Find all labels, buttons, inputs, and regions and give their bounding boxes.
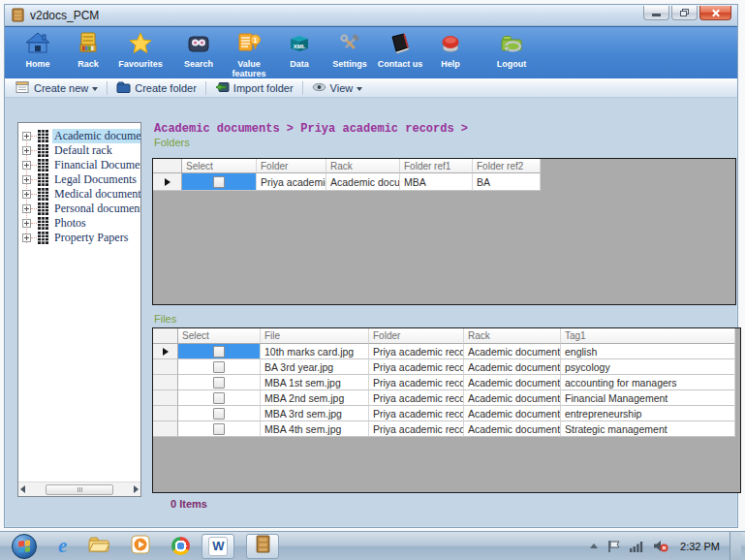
- folder-cell[interactable]: Priya academic records: [369, 390, 464, 406]
- toolbar-home-button[interactable]: Home: [13, 27, 63, 78]
- column-header-rack[interactable]: Rack: [464, 328, 561, 344]
- toolbar-value-features-button[interactable]: 1 Value features: [224, 27, 274, 78]
- rack-cell[interactable]: Academic docum...: [326, 173, 400, 191]
- tree-item-label[interactable]: Academic documents: [52, 129, 140, 143]
- row-checkbox[interactable]: [213, 361, 225, 373]
- taskbar-internet-explorer-button[interactable]: e: [58, 536, 67, 556]
- tag1-cell[interactable]: Strategic management: [561, 421, 735, 437]
- tree-item-label[interactable]: Personal documents: [52, 202, 140, 216]
- column-header-rack[interactable]: Rack: [326, 159, 400, 173]
- file-cell[interactable]: BA 3rd year.jpg: [261, 359, 369, 375]
- import-folder-button[interactable]: Import folder: [208, 78, 300, 98]
- row-checkbox[interactable]: [213, 176, 225, 188]
- files-grid-row[interactable]: 10th marks card.jpg Priya academic recor…: [153, 344, 740, 359]
- toolbar-settings-button[interactable]: Settings: [325, 27, 375, 78]
- expand-plus-icon[interactable]: [22, 204, 31, 213]
- file-cell[interactable]: MBA 2nd sem.jpg: [261, 390, 369, 406]
- folder-cell[interactable]: Priya academic records: [369, 344, 464, 359]
- network-signal-icon[interactable]: [630, 541, 643, 552]
- folder-cell[interactable]: Priya academic r...: [257, 173, 326, 191]
- minimize-button[interactable]: [643, 6, 669, 20]
- row-checkbox[interactable]: [213, 423, 225, 435]
- tag1-cell[interactable]: english: [561, 344, 735, 359]
- file-cell[interactable]: MBA 1st sem.jpg: [261, 375, 369, 390]
- tree-item-financial-documents[interactable]: Financial Documents: [18, 158, 140, 172]
- rack-cell[interactable]: Academic documents: [464, 344, 561, 359]
- row-checkbox[interactable]: [213, 408, 225, 420]
- files-grid-row[interactable]: MBA 3rd sem.jpg Priya academic records A…: [153, 406, 740, 421]
- select-cell[interactable]: [178, 344, 261, 359]
- toolbar-rack-button[interactable]: Rack: [63, 27, 113, 78]
- folder-cell[interactable]: Priya academic records: [369, 375, 464, 390]
- row-checkbox[interactable]: [213, 377, 225, 389]
- tree-item-label[interactable]: Property Papers: [52, 231, 130, 245]
- file-cell[interactable]: MBA 3rd sem.jpg: [261, 406, 369, 421]
- volume-muted-icon[interactable]: [653, 540, 668, 552]
- tag1-cell[interactable]: entrepreneurship: [561, 406, 735, 421]
- tag1-cell[interactable]: Financial Management: [561, 390, 735, 406]
- restore-button[interactable]: [671, 6, 698, 20]
- column-header-folder[interactable]: Folder: [369, 328, 464, 344]
- rack-cell[interactable]: Academic documents: [464, 359, 561, 375]
- folder-ref1-cell[interactable]: MBA: [400, 173, 473, 191]
- folder-cell[interactable]: Priya academic records: [369, 406, 464, 421]
- files-grid-row[interactable]: MBA 4th sem.jpg Priya academic records A…: [153, 421, 740, 437]
- files-grid-row[interactable]: MBA 2nd sem.jpg Priya academic records A…: [153, 390, 740, 406]
- column-header-file[interactable]: File: [261, 328, 369, 344]
- start-button[interactable]: [12, 534, 37, 559]
- tree-item-legal-documents[interactable]: Legal Documents: [18, 172, 140, 187]
- tree-horizontal-scrollbar[interactable]: [18, 482, 140, 496]
- tree-item-photos[interactable]: Photos: [18, 216, 140, 231]
- column-header-folder-ref2[interactable]: Folder ref2: [473, 159, 541, 173]
- tree-item-label[interactable]: Default rack: [52, 143, 114, 158]
- toolbar-logout-button[interactable]: Logout: [483, 27, 540, 78]
- breadcrumb[interactable]: Academic documents > Priya academic reco…: [154, 122, 468, 136]
- show-desktop-button[interactable]: [729, 532, 741, 560]
- toolbar-contact-us-button[interactable]: Contact us: [375, 27, 425, 78]
- titlebar[interactable]: v2docs_PCM: [5, 5, 737, 26]
- expand-plus-icon[interactable]: [22, 190, 31, 199]
- tree-item-default-rack[interactable]: Default rack: [18, 143, 140, 158]
- toolbar-help-button[interactable]: Help: [425, 27, 476, 78]
- show-hidden-icons-button[interactable]: [590, 544, 598, 548]
- folder-ref2-cell[interactable]: BA: [473, 173, 541, 191]
- tag1-cell[interactable]: psycology: [561, 359, 735, 375]
- taskbar-chrome-button[interactable]: [171, 537, 190, 555]
- folder-cell[interactable]: Priya academic records: [369, 421, 464, 437]
- column-header-folder-ref1[interactable]: Folder ref1: [400, 159, 473, 173]
- tree-item-property-papers[interactable]: Property Papers: [18, 231, 140, 245]
- expand-plus-icon[interactable]: [22, 233, 31, 242]
- row-checkbox[interactable]: [213, 392, 225, 404]
- taskbar-word-button[interactable]: W: [202, 534, 234, 559]
- column-header-select[interactable]: Select: [178, 328, 261, 344]
- expand-plus-icon[interactable]: [22, 146, 31, 155]
- column-header-tag1[interactable]: Tag1: [561, 328, 735, 344]
- select-cell[interactable]: [178, 359, 261, 375]
- file-cell[interactable]: 10th marks card.jpg: [261, 344, 369, 359]
- row-checkbox[interactable]: [213, 346, 225, 358]
- expand-plus-icon[interactable]: [22, 132, 31, 140]
- toolbar-data-button[interactable]: XML Data: [274, 27, 325, 78]
- column-header-folder[interactable]: Folder: [257, 159, 326, 173]
- folders-grid-row[interactable]: Priya academic r... Academic docum... MB…: [153, 173, 735, 191]
- select-cell[interactable]: [178, 375, 261, 390]
- files-grid-row[interactable]: MBA 1st sem.jpg Priya academic records A…: [153, 375, 740, 390]
- tag1-cell[interactable]: accounting for managers: [561, 375, 735, 390]
- tree-item-personal-documents[interactable]: Personal documents: [18, 202, 140, 216]
- select-cell[interactable]: [178, 406, 261, 421]
- taskbar-media-player-button[interactable]: [131, 535, 150, 558]
- rack-cell[interactable]: Academic documents: [464, 375, 561, 390]
- scrollbar-thumb[interactable]: [46, 484, 112, 495]
- scroll-right-arrow-icon[interactable]: [134, 485, 139, 493]
- tree-item-label[interactable]: Legal Documents: [52, 172, 139, 187]
- files-grid-row[interactable]: BA 3rd year.jpg Priya academic records A…: [153, 359, 740, 375]
- expand-plus-icon[interactable]: [22, 219, 31, 228]
- expand-plus-icon[interactable]: [22, 161, 31, 170]
- toolbar-search-button[interactable]: Search: [173, 27, 224, 78]
- folder-cell[interactable]: Priya academic records: [369, 359, 464, 375]
- select-cell[interactable]: [178, 390, 261, 406]
- taskbar-clock[interactable]: 2:32 PM: [680, 541, 720, 552]
- taskbar-explorer-button[interactable]: [88, 536, 109, 557]
- create-folder-button[interactable]: Create folder: [109, 78, 203, 98]
- file-cell[interactable]: MBA 4th sem.jpg: [261, 421, 369, 437]
